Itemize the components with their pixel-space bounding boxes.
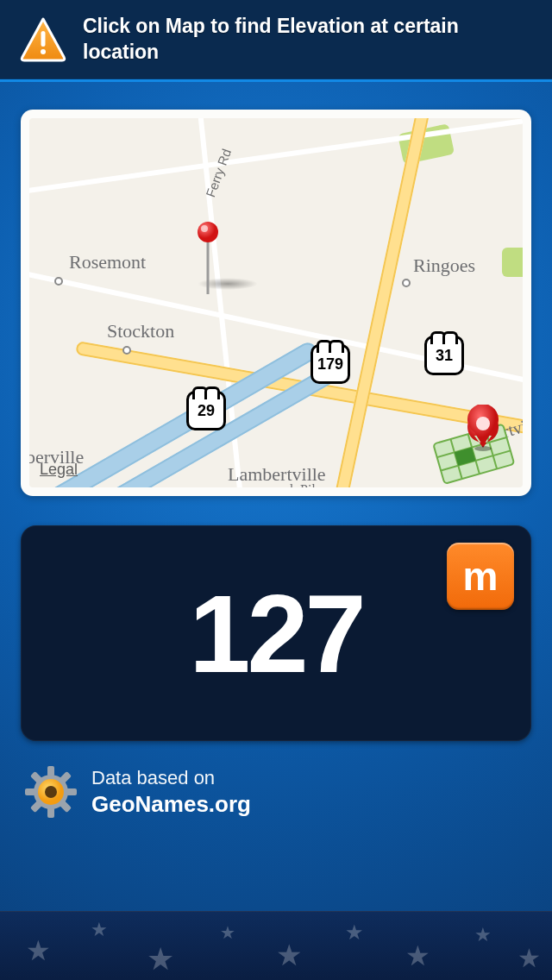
elevation-panel: 127 m (21, 525, 531, 741)
header-divider (0, 79, 552, 82)
city-ringoes: Ringoes (413, 254, 475, 277)
header-instruction: Click on Map to find Elevation at certai… (83, 14, 533, 65)
legal-link[interactable]: Legal (40, 461, 78, 479)
svg-point-13 (474, 446, 492, 451)
svg-point-4 (201, 225, 208, 232)
map-highway (328, 118, 435, 487)
svg-point-12 (476, 417, 490, 430)
svg-point-1 (41, 49, 46, 54)
city-rosemont: Rosemont (69, 251, 146, 273)
attribution-row: Data based on GeoNames.org (24, 765, 528, 819)
attribution-line2: GeoNames.org (91, 791, 251, 818)
star-icon: ★ (474, 924, 492, 946)
star-icon: ★ (220, 922, 235, 943)
locator-icon[interactable] (423, 405, 518, 484)
warning-icon (19, 16, 67, 64)
svg-rect-0 (41, 31, 46, 47)
road-ckpike: ck Pike (284, 482, 325, 487)
map-pin-icon (193, 220, 223, 296)
park-shape (502, 248, 523, 277)
star-icon: ★ (91, 919, 108, 941)
map-viewport[interactable]: Ferry Rd Rosemont Stockton Ringoes Lambe… (29, 118, 523, 487)
attribution-line1: Data based on (91, 767, 251, 789)
attribution-text: Data based on GeoNames.org (91, 767, 251, 818)
city-stockton: Stockton (107, 320, 174, 342)
route-shield-29: 29 (186, 391, 226, 430)
footer-band: ★ ★ ★ ★ ★ ★ ★ ★ ★ (0, 911, 552, 980)
star-icon: ★ (518, 943, 541, 973)
star-icon: ★ (147, 941, 174, 977)
map-road (29, 118, 523, 198)
star-icon: ★ (276, 938, 302, 972)
svg-point-3 (198, 222, 218, 242)
svg-point-24 (45, 786, 57, 798)
gear-icon (24, 765, 78, 819)
star-icon: ★ (345, 920, 364, 945)
city-dot (54, 277, 63, 286)
star-icon: ★ (405, 939, 430, 972)
header-bar: Click on Map to find Elevation at certai… (0, 0, 552, 79)
elevation-value: 127 (189, 570, 363, 697)
city-dot (402, 279, 411, 287)
route-shield-31: 31 (424, 336, 464, 375)
unit-toggle-button[interactable]: m (447, 543, 514, 610)
route-shield-179: 179 (310, 344, 350, 384)
city-dot (122, 346, 131, 355)
map-card: Ferry Rd Rosemont Stockton Ringoes Lambe… (21, 110, 531, 496)
star-icon: ★ (26, 934, 51, 967)
